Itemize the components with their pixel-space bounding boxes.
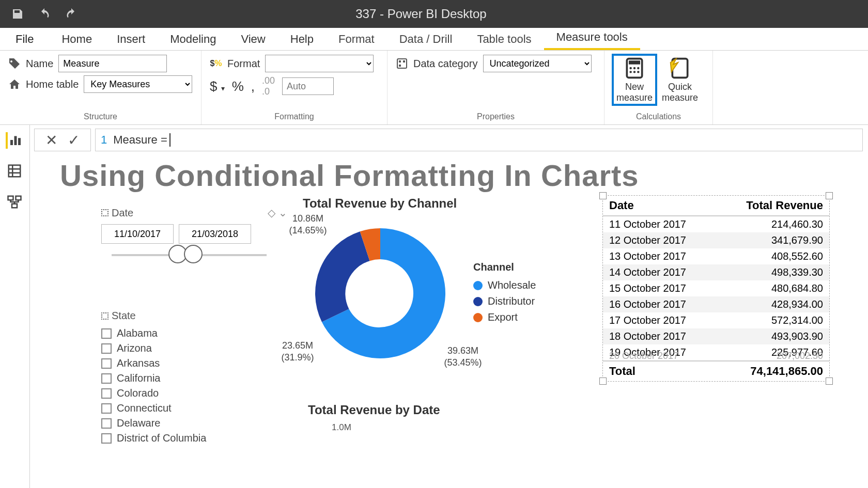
table-row[interactable]: 11 October 2017214,460.30 xyxy=(603,216,829,232)
slider-thumb-to[interactable] xyxy=(184,245,203,263)
resize-handle[interactable] xyxy=(826,192,833,199)
tab-format[interactable]: Format xyxy=(326,27,387,50)
checkbox-icon[interactable] xyxy=(101,343,112,354)
state-slicer-header: State xyxy=(112,310,136,322)
date-slicer[interactable]: Date ◇ ⌄ xyxy=(101,207,287,256)
home-table-select[interactable]: Key Measures xyxy=(84,75,192,93)
svg-point-11 xyxy=(637,71,639,73)
checkbox-icon[interactable] xyxy=(101,373,112,384)
date-from-input[interactable] xyxy=(101,224,174,244)
donut-legend: Channel Wholesale Distributor Export xyxy=(473,261,536,325)
formula-input[interactable]: 1 Measure = xyxy=(95,129,863,151)
group-calculations: Calculations xyxy=(613,112,704,122)
data-view-button[interactable] xyxy=(7,163,23,180)
report-canvas: Using Conditional Formatting In Charts D… xyxy=(34,155,866,488)
checkbox-icon[interactable] xyxy=(101,403,112,414)
percent-button[interactable]: % xyxy=(232,78,244,95)
checkbox-icon[interactable] xyxy=(101,358,112,369)
table-row[interactable]: 18 October 2017493,903.90 xyxy=(603,328,829,344)
table-row[interactable]: 13 October 2017408,552.60 xyxy=(603,248,829,264)
slicer-handle-icon xyxy=(101,312,109,320)
state-item[interactable]: Arkansas xyxy=(101,356,287,371)
group-structure: Structure xyxy=(8,112,193,122)
table-header: Date Total Revenue xyxy=(603,196,829,216)
state-item[interactable]: Alabama xyxy=(101,326,287,341)
new-measure-button[interactable]: New measure xyxy=(613,55,656,105)
donut-chart[interactable]: Total Revenue by Channel 10.86M(14.65%) … xyxy=(303,196,592,371)
table-row[interactable]: 17 October 2017572,314.00 xyxy=(603,312,829,328)
report-view-button[interactable] xyxy=(6,132,24,149)
svg-rect-15 xyxy=(18,138,21,145)
state-item[interactable]: Colorado xyxy=(101,386,287,401)
resize-handle[interactable] xyxy=(599,192,607,199)
calculator-icon xyxy=(623,57,646,80)
svg-rect-16 xyxy=(8,165,20,177)
state-item[interactable]: Delaware xyxy=(101,416,287,431)
data-category-label: Data category xyxy=(413,58,478,70)
svg-rect-5 xyxy=(629,60,640,64)
checkbox-icon[interactable] xyxy=(101,388,112,399)
svg-rect-2 xyxy=(399,65,401,67)
svg-rect-1 xyxy=(399,60,401,62)
donut-label-distributor: 23.65M(31.9%) xyxy=(261,340,334,363)
tab-table-tools[interactable]: Table tools xyxy=(464,27,544,50)
checkbox-icon[interactable] xyxy=(101,328,112,339)
state-slicer[interactable]: State AlabamaArizonaArkansasCaliforniaCo… xyxy=(101,310,287,446)
table-row[interactable]: 15 October 2017480,684.80 xyxy=(603,280,829,296)
table-row[interactable]: 14 October 2017498,339.30 xyxy=(603,264,829,280)
svg-rect-0 xyxy=(397,59,407,68)
formula-bar: ✕ ✓ 1 Measure = xyxy=(34,128,863,152)
svg-rect-22 xyxy=(12,204,17,208)
legend-swatch-icon xyxy=(473,313,483,322)
table-total: Total 74,141,865.00 xyxy=(603,360,829,381)
resize-handle[interactable] xyxy=(826,377,833,385)
state-item[interactable]: Arizona xyxy=(101,341,287,356)
line-chart-ytick: 1.0M xyxy=(332,422,351,433)
tab-measure-tools[interactable]: Measure tools xyxy=(544,25,640,50)
donut-label-wholesale: 39.63M(53.45%) xyxy=(427,345,499,368)
date-slider[interactable] xyxy=(112,254,267,256)
currency-button[interactable]: $ ▾ xyxy=(210,78,225,95)
state-item[interactable]: Connecticut xyxy=(101,401,287,416)
date-to-input[interactable] xyxy=(179,224,251,244)
checkbox-icon[interactable] xyxy=(101,433,112,444)
quick-measure-button[interactable]: Quick measure xyxy=(658,55,702,105)
state-item[interactable]: California xyxy=(101,371,287,386)
tab-insert[interactable]: Insert xyxy=(104,27,158,50)
tab-home[interactable]: Home xyxy=(49,27,104,50)
state-item[interactable]: District of Columbia xyxy=(101,431,287,446)
svg-rect-3 xyxy=(403,60,405,62)
group-formatting: Formatting xyxy=(210,112,379,122)
donut-label-export: 10.86M(14.65%) xyxy=(272,213,344,236)
checkbox-icon[interactable] xyxy=(101,418,112,429)
name-label: Name xyxy=(26,58,53,70)
decimal-places-input[interactable] xyxy=(282,77,334,95)
name-input[interactable] xyxy=(58,55,167,72)
table-row-clipped: 20 October 2017207,002.50 xyxy=(609,351,823,361)
tab-modeling[interactable]: Modeling xyxy=(158,27,228,50)
window-title: 337 - Power BI Desktop xyxy=(0,7,868,21)
cancel-formula-icon[interactable]: ✕ xyxy=(45,132,57,149)
ribbon-body: Name Home table Key Measures Structure $… xyxy=(0,51,868,125)
tab-data-drill[interactable]: Data / Drill xyxy=(387,27,465,50)
table-row[interactable]: 16 October 2017428,934.00 xyxy=(603,296,829,312)
slicer-handle-icon xyxy=(101,209,109,216)
view-switcher xyxy=(0,125,30,488)
svg-point-8 xyxy=(637,67,639,69)
tab-view[interactable]: View xyxy=(228,27,277,50)
donut-title: Total Revenue by Channel xyxy=(303,196,592,211)
format-label: Format xyxy=(227,58,260,70)
format-select[interactable] xyxy=(265,55,374,72)
decimal-button[interactable]: .00.0 xyxy=(262,75,275,97)
thousands-button[interactable]: , xyxy=(251,78,255,95)
resize-handle[interactable] xyxy=(599,377,607,385)
tab-file[interactable]: File xyxy=(3,27,49,50)
date-slicer-header: Date xyxy=(112,207,133,219)
group-properties: Properties xyxy=(396,112,596,122)
table-visual[interactable]: Date Total Revenue 11 October 2017214,46… xyxy=(602,195,830,382)
tab-help[interactable]: Help xyxy=(278,27,326,50)
model-view-button[interactable] xyxy=(7,194,23,211)
commit-formula-icon[interactable]: ✓ xyxy=(68,132,80,149)
table-row[interactable]: 12 October 2017341,679.90 xyxy=(603,232,829,248)
data-category-select[interactable]: Uncategorized xyxy=(483,55,592,72)
